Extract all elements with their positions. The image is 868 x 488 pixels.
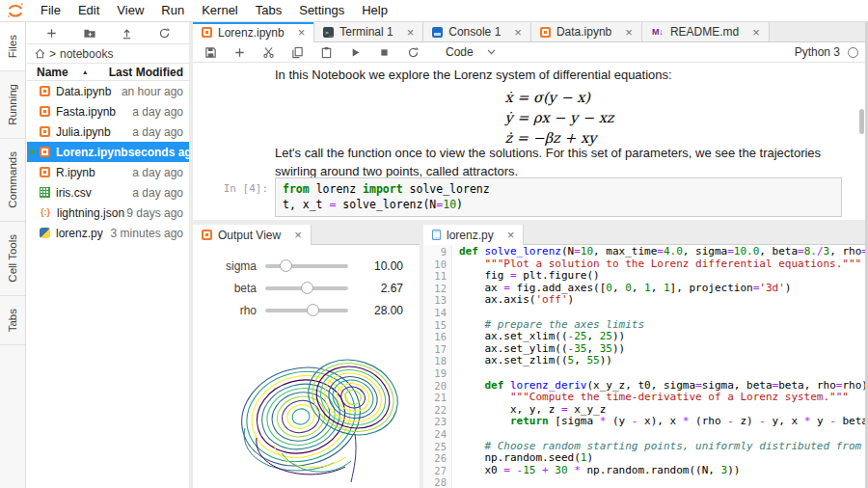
home-icon[interactable]	[35, 48, 45, 59]
file-modified: a day ago	[132, 186, 183, 200]
slider-sigma: sigma10.00	[193, 255, 420, 277]
tab-lorenz-ipynb[interactable]: Lorenz.ipynb×	[193, 22, 314, 42]
chevron-down-icon	[487, 49, 496, 55]
code-line: ax.axis('off')	[459, 294, 868, 307]
cell-type-dropdown[interactable]: Code	[446, 45, 496, 59]
new-launcher-button[interactable]	[42, 23, 62, 42]
sidebar-tab-tabs[interactable]: Tabs	[0, 296, 25, 345]
menu-tabs[interactable]: Tabs	[247, 0, 290, 21]
tab-label: lorenz.py	[447, 229, 494, 242]
file-row-r-ipynb[interactable]: R.ipynba day ago	[27, 162, 189, 182]
restart-kernel-button[interactable]	[407, 46, 420, 59]
tab-terminal-1[interactable]: Terminal 1×	[314, 22, 423, 41]
sidebar-tab-commands[interactable]: Commands	[0, 139, 25, 222]
menu-file[interactable]: File	[32, 0, 69, 21]
file-modified: a day ago	[132, 125, 183, 139]
slider-beta: beta2.67	[193, 277, 420, 299]
new-folder-button[interactable]	[80, 23, 99, 42]
tab-label: Output View	[218, 229, 281, 242]
editor-code[interactable]: def solve_lorenz(N=10, max_time=4.0, sig…	[452, 245, 868, 488]
line-number: 16	[423, 331, 447, 343]
code-editor[interactable]: 910111213141516171819202122232425262728 …	[423, 245, 868, 488]
file-list: Data.ipynban hour agoFasta.ipynba day ag…	[27, 81, 189, 243]
close-icon[interactable]: ×	[407, 26, 415, 39]
kernel-status-icon[interactable]	[848, 47, 858, 58]
file-row-lorenz-py[interactable]: lorenz.py3 minutes ago	[27, 223, 189, 243]
tab-label: Terminal 1	[339, 25, 393, 39]
copy-cells-button[interactable]	[291, 46, 304, 59]
tab-lorenz-py[interactable]: lorenz.py ×	[423, 225, 524, 245]
paste-cells-button[interactable]	[320, 46, 333, 59]
cut-cells-button[interactable]	[262, 46, 275, 59]
markdown-icon	[651, 27, 665, 38]
line-number: 26	[423, 452, 447, 465]
breadcrumb-path[interactable]: notebooks	[60, 47, 113, 61]
slider-track[interactable]	[265, 286, 348, 290]
menu-help[interactable]: Help	[353, 0, 396, 21]
file-row-iris-csv[interactable]: iris.csva day ago	[27, 182, 189, 203]
tab-output-view[interactable]: Output View ×	[193, 225, 312, 245]
tab-readme-md[interactable]: README.md×	[642, 22, 770, 41]
file-row-fasta-ipynb[interactable]: Fasta.ipynba day ago	[27, 101, 189, 122]
file-row-lorenz-ipynb[interactable]: Lorenz.ipynbseconds ago	[27, 142, 189, 162]
slider-label: rho	[193, 304, 257, 317]
code-cell[interactable]: from lorenz import solve_lorenzt, x_t = …	[275, 177, 842, 217]
close-icon[interactable]: ×	[298, 26, 306, 39]
menu-settings[interactable]: Settings	[290, 0, 353, 21]
file-name: Lorenz.ipynb	[56, 146, 128, 159]
file-name: lightning.json	[57, 206, 124, 220]
slider-group: sigma10.00beta2.67rho28.00	[193, 255, 420, 321]
close-icon[interactable]: ×	[294, 229, 302, 241]
menu-edit[interactable]: Edit	[69, 0, 108, 21]
cell-prompt: In [4]:	[193, 182, 268, 195]
python-icon	[40, 228, 50, 238]
sidebar-tab-running[interactable]: Running	[0, 71, 25, 139]
code-cell-editor[interactable]: from lorenz import solve_lorenzt, x_t = …	[283, 181, 834, 212]
file-name: lorenz.py	[56, 227, 103, 240]
slider-track[interactable]	[265, 264, 348, 268]
upload-button[interactable]	[118, 23, 137, 42]
notebook-scrollbar[interactable]	[859, 109, 864, 134]
file-row-data-ipynb[interactable]: Data.ipynban hour ago	[27, 81, 189, 101]
slider-value: 28.00	[357, 304, 403, 317]
column-last-modified[interactable]: Last Modified	[109, 66, 183, 79]
slider-handle[interactable]	[280, 259, 292, 272]
line-number: 12	[423, 283, 447, 295]
file-modified: a day ago	[132, 105, 183, 119]
menu-view[interactable]: View	[108, 0, 152, 21]
tab-label: Lorenz.ipynb	[218, 26, 285, 40]
column-name[interactable]: Name	[37, 66, 68, 79]
main-tab-bar: Lorenz.ipynb×Terminal 1×Console 1×Data.i…	[193, 22, 868, 42]
add-cell-button[interactable]	[233, 46, 246, 59]
file-list-header: Name ▲ Last Modified	[27, 63, 189, 81]
kernel-name[interactable]: Python 3	[795, 45, 840, 59]
slider-track[interactable]	[265, 309, 348, 312]
sidebar-tab-label: Tabs	[7, 309, 18, 332]
close-icon[interactable]: ×	[625, 26, 633, 39]
close-icon[interactable]: ×	[507, 229, 515, 241]
tab-label: Console 1	[448, 25, 501, 39]
stop-button[interactable]	[378, 46, 391, 59]
tab-console-1[interactable]: Console 1×	[423, 22, 531, 41]
slider-handle[interactable]	[307, 304, 319, 316]
tab-data-ipynb[interactable]: Data.ipynb×	[531, 22, 642, 41]
file-row-lightning-json[interactable]: lightning.json9 days ago	[27, 203, 189, 223]
notebook-toolbar: Code Python 3	[193, 42, 868, 63]
code-line: x0 = -15 + 30 * np.random.random((N, 3))	[459, 465, 868, 477]
menu-kernel[interactable]: Kernel	[193, 0, 247, 21]
file-row-julia-ipynb[interactable]: Julia.ipynba day ago	[27, 122, 189, 142]
close-icon[interactable]: ×	[752, 26, 760, 39]
line-number: 28	[423, 476, 447, 488]
sidebar-tab-cell-tools[interactable]: Cell Tools	[0, 222, 25, 296]
run-button[interactable]	[349, 46, 362, 59]
save-button[interactable]	[204, 46, 217, 59]
file-browser-toolbar	[27, 22, 189, 44]
close-icon[interactable]: ×	[514, 26, 522, 39]
file-icon	[432, 230, 441, 240]
slider-handle[interactable]	[301, 282, 313, 294]
refresh-button[interactable]	[155, 23, 175, 42]
menu-run[interactable]: Run	[152, 0, 193, 21]
sidebar-tab-files[interactable]: Files	[0, 22, 25, 71]
code-line	[459, 476, 868, 488]
sidebar-tab-label: Files	[7, 35, 18, 58]
